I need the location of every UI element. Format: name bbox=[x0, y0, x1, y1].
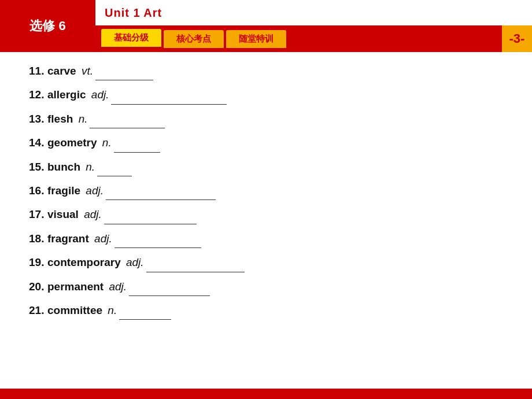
subject-title: 选修 6 bbox=[29, 17, 65, 35]
item-blank-line bbox=[95, 62, 153, 80]
vocab-item: 17. visual adj. bbox=[29, 206, 503, 224]
vocab-item: 19. contemporary adj. bbox=[29, 254, 503, 272]
page-header: 选修 6 Unit 1 Art 基础分级 核心考点 随堂特训 -3- bbox=[0, 0, 532, 52]
item-number: 13. bbox=[29, 110, 47, 128]
item-blank-line bbox=[129, 278, 210, 296]
item-blank-line bbox=[111, 86, 227, 104]
item-pos: adj. bbox=[83, 182, 104, 200]
item-word: visual bbox=[47, 206, 79, 223]
header-right: Unit 1 Art 基础分级 核心考点 随堂特训 -3- bbox=[95, 0, 532, 52]
vocab-item: 11. carve vt. bbox=[29, 62, 503, 80]
item-number: 11. bbox=[29, 62, 47, 80]
item-blank-line bbox=[119, 302, 171, 320]
item-number: 21. bbox=[29, 302, 47, 319]
bottom-bar bbox=[0, 389, 532, 399]
item-number: 16. bbox=[29, 182, 47, 200]
main-content: 11. carve vt. 12. allergic adj. 13. fles… bbox=[0, 52, 532, 337]
subject-label: 选修 6 bbox=[0, 0, 95, 52]
item-word: contemporary bbox=[47, 254, 121, 271]
item-pos: adj. bbox=[106, 278, 127, 295]
item-number: 14. bbox=[29, 134, 47, 152]
tab-basics[interactable]: 基础分级 bbox=[101, 29, 161, 49]
item-blank-line bbox=[97, 158, 132, 176]
item-word: flesh bbox=[47, 110, 73, 128]
item-pos: n. bbox=[105, 302, 117, 319]
vocab-item: 14. geometry n. bbox=[29, 134, 503, 152]
item-blank-line bbox=[114, 134, 160, 152]
item-number: 12. bbox=[29, 86, 47, 104]
item-word: allergic bbox=[47, 86, 86, 104]
item-blank-line bbox=[106, 182, 216, 200]
item-number: 17. bbox=[29, 206, 47, 223]
item-pos: adj. bbox=[123, 254, 144, 271]
item-word: carve bbox=[47, 62, 76, 80]
vocab-item: 21. committee n. bbox=[29, 302, 503, 320]
item-word: bunch bbox=[47, 158, 80, 176]
item-blank-line bbox=[146, 254, 245, 272]
item-number: 15. bbox=[29, 158, 47, 176]
item-word: committee bbox=[47, 302, 102, 319]
tab-practice[interactable]: 随堂特训 bbox=[226, 30, 286, 48]
page-number: -3- bbox=[502, 25, 532, 52]
item-pos: adj. bbox=[88, 86, 109, 104]
unit-title-bar: Unit 1 Art bbox=[95, 0, 532, 25]
item-blank-line bbox=[104, 206, 197, 224]
tab-key-points[interactable]: 核心考点 bbox=[164, 30, 224, 48]
item-word: fragile bbox=[47, 182, 80, 200]
tabs-bar: 基础分级 核心考点 随堂特训 -3- bbox=[95, 25, 532, 52]
vocab-item: 15. bunch n. bbox=[29, 158, 503, 176]
item-pos: n. bbox=[75, 110, 87, 128]
unit-title: Unit 1 Art bbox=[105, 6, 162, 20]
vocab-list: 11. carve vt. 12. allergic adj. 13. fles… bbox=[29, 62, 503, 320]
item-word: permanent bbox=[47, 278, 104, 295]
item-blank-line bbox=[90, 110, 165, 128]
vocab-item: 13. flesh n. bbox=[29, 110, 503, 128]
item-pos: n. bbox=[99, 134, 112, 152]
vocab-item: 12. allergic adj. bbox=[29, 86, 503, 104]
item-blank-line bbox=[114, 230, 201, 248]
item-word: fragrant bbox=[47, 230, 89, 247]
item-pos: adj. bbox=[81, 206, 102, 223]
item-number: 18. bbox=[29, 230, 47, 247]
item-pos: adj. bbox=[91, 230, 112, 247]
item-number: 19. bbox=[29, 254, 47, 271]
item-pos: n. bbox=[83, 158, 95, 176]
item-word: geometry bbox=[47, 134, 97, 152]
item-pos: vt. bbox=[79, 62, 93, 80]
vocab-item: 18. fragrant adj. bbox=[29, 230, 503, 248]
vocab-item: 20. permanent adj. bbox=[29, 278, 503, 296]
vocab-item: 16. fragile adj. bbox=[29, 182, 503, 200]
item-number: 20. bbox=[29, 278, 47, 295]
